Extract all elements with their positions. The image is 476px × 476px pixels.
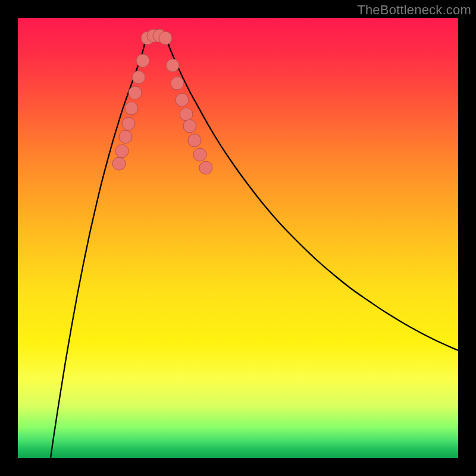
marker-layer xyxy=(112,29,212,174)
marker-dot xyxy=(115,145,129,158)
marker-dot xyxy=(183,120,196,133)
watermark-text: TheBottleneck.com xyxy=(357,2,471,18)
marker-dot xyxy=(122,117,135,130)
marker-dot xyxy=(112,157,126,170)
marker-dot xyxy=(180,108,193,121)
curve-right xyxy=(167,39,458,350)
marker-dot xyxy=(171,77,184,90)
marker-dot xyxy=(119,130,132,143)
marker-dot xyxy=(136,54,149,67)
marker-dot xyxy=(129,86,142,99)
marker-dot xyxy=(132,71,145,84)
marker-dot xyxy=(159,32,172,45)
marker-dot xyxy=(188,134,201,147)
marker-dot xyxy=(193,148,206,161)
chart-svg xyxy=(18,18,458,458)
marker-dot xyxy=(166,59,179,72)
marker-dot xyxy=(199,161,212,174)
marker-dot xyxy=(125,102,138,115)
marker-dot xyxy=(176,93,189,107)
curve-layer xyxy=(51,31,458,458)
